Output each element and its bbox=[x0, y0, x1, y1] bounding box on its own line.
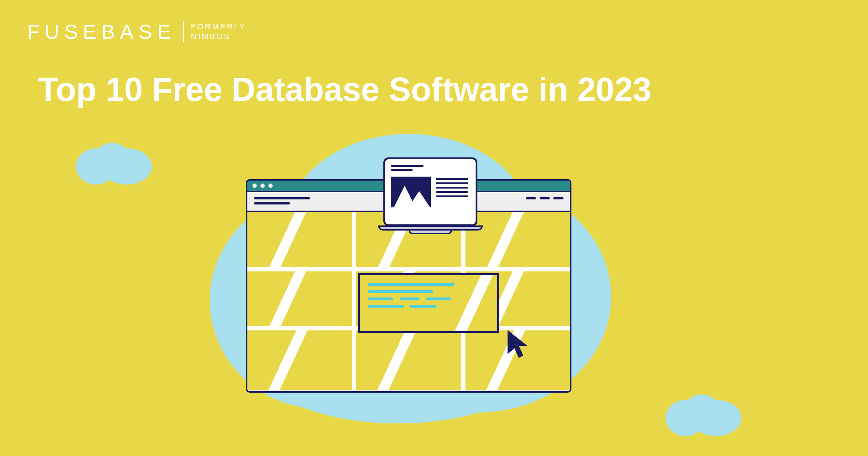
cloud-icon bbox=[72, 139, 156, 186]
mountain-icon bbox=[408, 191, 430, 207]
formerly-label: FORMERLY NIMBUS bbox=[191, 22, 246, 41]
line-icon bbox=[436, 191, 468, 193]
cursor-icon bbox=[505, 328, 533, 364]
page-title: Top 10 Free Database Software in 2023 bbox=[38, 71, 651, 109]
window-dot-icon bbox=[260, 183, 265, 188]
chart-placeholder-icon bbox=[391, 177, 431, 207]
line-icon bbox=[254, 197, 310, 199]
popup-card-illustration bbox=[358, 273, 499, 333]
window-dot-icon bbox=[268, 183, 273, 188]
line-icon bbox=[436, 182, 468, 184]
line-icon bbox=[400, 297, 420, 300]
header-nav-placeholder bbox=[526, 197, 563, 206]
header-text-placeholder bbox=[254, 197, 310, 206]
grid-cell bbox=[356, 330, 465, 390]
line-icon bbox=[368, 305, 404, 308]
line-icon bbox=[436, 178, 468, 180]
line-icon bbox=[426, 297, 451, 300]
laptop-base bbox=[378, 225, 483, 231]
laptop-foot bbox=[409, 231, 452, 234]
line-row bbox=[368, 297, 489, 300]
text-placeholder bbox=[436, 177, 468, 207]
line-icon bbox=[409, 305, 437, 308]
svg-point-2 bbox=[94, 143, 130, 176]
line-row bbox=[368, 305, 489, 308]
line-icon bbox=[526, 197, 536, 199]
line-icon bbox=[540, 197, 550, 199]
grid-cell bbox=[247, 330, 356, 390]
window-dot-icon bbox=[252, 183, 257, 188]
line-icon bbox=[553, 197, 563, 199]
laptop-screen bbox=[383, 157, 477, 226]
laptop-row bbox=[391, 177, 470, 207]
laptop-content bbox=[391, 165, 470, 207]
svg-point-9 bbox=[684, 394, 720, 427]
line-icon bbox=[368, 290, 433, 293]
grid-cell bbox=[247, 271, 356, 326]
line-icon bbox=[436, 195, 468, 197]
line-icon bbox=[254, 202, 290, 204]
formerly-line1: FORMERLY bbox=[191, 22, 246, 31]
text-placeholder bbox=[391, 165, 470, 171]
grid-cell bbox=[247, 212, 356, 267]
line-icon bbox=[391, 169, 413, 171]
cloud-icon bbox=[662, 391, 745, 438]
brand-name: FUSEBASE bbox=[27, 20, 176, 43]
line-icon bbox=[391, 165, 424, 167]
logo-area: FUSEBASE FORMERLY NIMBUS bbox=[27, 20, 246, 43]
line-icon bbox=[436, 187, 468, 189]
line-icon bbox=[368, 297, 393, 300]
logo-divider bbox=[183, 21, 184, 42]
formerly-line2: NIMBUS bbox=[191, 32, 246, 41]
laptop-illustration bbox=[378, 157, 483, 239]
line-icon bbox=[368, 283, 455, 286]
